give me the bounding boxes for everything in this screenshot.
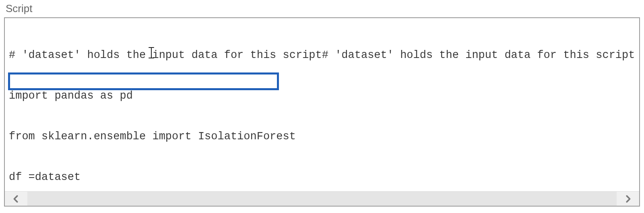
code-line-3[interactable]: from sklearn.ensemble import IsolationFo… bbox=[9, 130, 635, 144]
panel-label: Script bbox=[4, 2, 640, 15]
code-line-2[interactable]: import pandas as pd bbox=[9, 89, 635, 103]
code-line-4[interactable]: df =dataset bbox=[9, 171, 635, 184]
code-area[interactable]: # 'dataset' holds the input data for thi… bbox=[5, 18, 639, 191]
scroll-track[interactable] bbox=[27, 192, 617, 206]
scroll-left-button[interactable] bbox=[5, 192, 27, 206]
horizontal-scrollbar[interactable] bbox=[5, 191, 639, 206]
highlight-box bbox=[8, 72, 279, 90]
script-editor[interactable]: # 'dataset' holds the input data for thi… bbox=[4, 17, 640, 207]
code-line-1[interactable]: # 'dataset' holds the input data for thi… bbox=[9, 49, 635, 62]
scroll-right-button[interactable] bbox=[617, 192, 639, 206]
